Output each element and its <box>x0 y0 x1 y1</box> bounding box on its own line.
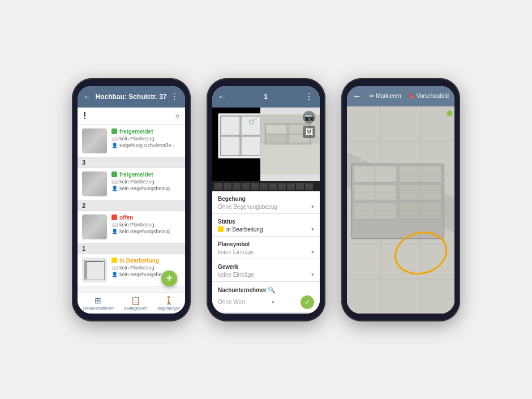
list-item[interactable]: freigemeldet 📖kein Planbezug 👤Begehung S… <box>78 125 185 157</box>
svg-rect-13 <box>266 125 287 134</box>
dropdown-arrow-status: ▾ <box>311 226 314 232</box>
item-meta-begehung: 👤Begehung Schulstraße... <box>111 143 181 148</box>
bautagebuch-icon: 📋 <box>131 296 140 305</box>
form-section-nachunternehmer: Nachunternehmer 🔍 Ohne Wert ▾ ✓ <box>212 282 320 313</box>
item-meta-begehung: 👤kein Begehungsbezug <box>111 229 181 234</box>
form-label-status: Status <box>218 218 314 225</box>
list-item[interactable]: offen 📖kein Planbezug 👤kein Begehungsbez… <box>78 211 185 243</box>
nav-label-bautagebuch: Bautagebuch <box>124 306 147 310</box>
status-dot-red <box>111 214 117 220</box>
filmstrip-frame <box>305 183 313 190</box>
item-thumbnail <box>82 128 107 153</box>
phone-1-title: Hochbau: Schulstr. 37 <box>92 93 170 101</box>
filmstrip-frame <box>251 183 259 190</box>
status-dot-green <box>111 128 117 134</box>
bottom-nav-1: ⊞ Dokumentationen 📋 Bautagebuch 🚶 Begehu… <box>78 293 185 314</box>
vorschaubild-button[interactable]: 🔖 Vorschaubild <box>408 93 449 99</box>
more-menu-2[interactable]: ⋮ <box>304 91 314 102</box>
phones-container: ← Hochbau: Schulstr. 37 ⋮ ! ▿ <box>61 67 471 333</box>
status-dot-yellow <box>111 258 117 263</box>
filmstrip-frame <box>214 183 222 190</box>
filter-bar: ! ▿ <box>78 108 185 125</box>
section-header-1: 1 <box>78 243 185 254</box>
svg-rect-0 <box>221 115 260 155</box>
list-item[interactable]: freigemeldet 📖kein Planbezug 👤kein Begeh… <box>78 168 185 200</box>
filter-icon[interactable]: ▿ <box>175 111 179 121</box>
phone-3: ← ✏ Markieren 🔖 Vorschaubild <box>341 78 460 321</box>
form-select-status[interactable]: in Bearbeitung ▾ <box>218 226 314 233</box>
form-select-gewerk[interactable]: keine Einträge ▾ <box>218 272 314 278</box>
form-section-gewerk: Gewerk keine Einträge ▾ <box>212 259 320 282</box>
back-button-3[interactable]: ← <box>353 91 362 101</box>
nav-item-bautagebuch[interactable]: 📋 Bautagebuch <box>124 296 147 310</box>
form-select-plansymbol[interactable]: keine Einträge ▾ <box>218 249 314 255</box>
nav-label-dokumentationen: Dokumentationen <box>83 306 114 310</box>
dropdown-arrow-begehung: ▾ <box>311 204 314 209</box>
form-label-gewerk: Gewerk <box>218 264 314 270</box>
status-yellow-square <box>218 226 224 232</box>
filmstrip-frame <box>260 183 268 190</box>
back-button-2[interactable]: ← <box>218 92 227 102</box>
item-meta-begehung: 👤kein Begehungsbezug <box>111 186 181 191</box>
item-thumbnail <box>82 171 107 196</box>
back-button-1[interactable]: ← <box>83 92 92 102</box>
image-icon-overlay[interactable]: 🖼 <box>303 126 315 138</box>
nachunternehmer-row: Ohne Wert ▾ ✓ <box>218 295 314 309</box>
form-value-gewerk: keine Einträge <box>218 272 254 278</box>
item-meta-plan: 📖kein Planbezug <box>111 179 181 185</box>
status-text: offen <box>119 214 133 221</box>
form-value-status: in Bearbeitung <box>218 226 263 233</box>
svg-rect-15 <box>266 135 287 143</box>
dokumentationen-icon: ⊞ <box>95 296 101 305</box>
more-menu-1[interactable]: ⋮ <box>170 91 179 102</box>
status-badge: offen <box>111 214 181 221</box>
phone-2-screen: ← 1 ⋮ <box>212 86 320 314</box>
item-meta-plan: 📖kein Planbezug <box>111 222 181 228</box>
phone-1-topbar: ← Hochbau: Schulstr. 37 ⋮ <box>78 86 185 108</box>
svg-rect-11 <box>260 144 320 174</box>
vorschaubild-icon: 🔖 <box>408 93 415 99</box>
begehungen-icon: 🚶 <box>164 296 174 305</box>
blueprint-inner <box>218 114 263 158</box>
status-text: freigemeldet <box>119 128 153 135</box>
confirm-button[interactable]: ✓ <box>301 295 314 309</box>
status-text: in Bearbeitung <box>119 258 159 264</box>
dropdown-arrow-nachunternehmer: ▾ <box>272 299 274 305</box>
status-badge: in Bearbeitung <box>111 258 181 264</box>
markieren-label: Markieren <box>376 93 401 99</box>
filmstrip-frame <box>224 183 231 190</box>
item-meta-plan: 📖kein Planbezug <box>111 265 181 271</box>
vorschaubild-label: Vorschaubild <box>417 93 449 99</box>
markieren-icon: ✏ <box>370 93 374 99</box>
blueprint-image[interactable] <box>218 113 263 158</box>
item-thumbnail <box>82 214 107 239</box>
nav-item-dokumentationen[interactable]: ⊞ Dokumentationen <box>83 296 114 310</box>
camera-action-buttons: ✏ Markieren 🔖 Vorschaubild <box>370 93 449 99</box>
phone-1-screen: ← Hochbau: Schulstr. 37 ⋮ ! ▿ <box>78 86 185 314</box>
phone-2: ← 1 ⋮ <box>207 78 325 321</box>
markieren-button[interactable]: ✏ Markieren <box>370 93 401 99</box>
form-select-begehung[interactable]: Ohne Begehungsbezug ▾ <box>218 204 314 210</box>
camera-view <box>347 106 454 314</box>
filmstrip-frame <box>269 183 277 190</box>
camera-topbar: ← ✏ Markieren 🔖 Vorschaubild <box>347 86 454 106</box>
status-text: freigemeldet <box>119 171 153 178</box>
form-value-nachunternehmer: Ohne Wert <box>218 299 245 305</box>
dropdown-arrow-plansymbol: ▾ <box>311 249 314 255</box>
form-section-begehung: Begehung Ohne Begehungsbezug ▾ <box>212 191 320 214</box>
item-info: offen 📖kein Planbezug 👤kein Begehungsbez… <box>111 214 181 234</box>
filmstrip-frame <box>278 183 286 190</box>
filmstrip-frame <box>233 183 241 190</box>
phone-3-screen: ← ✏ Markieren 🔖 Vorschaubild <box>347 86 454 314</box>
nav-item-begehungen[interactable]: 🚶 Begehungen <box>157 296 180 310</box>
section-header-3: 3 <box>78 157 185 168</box>
search-icon[interactable]: 🔍 <box>268 286 276 293</box>
form-label-begehung: Begehung <box>218 196 314 202</box>
fab-add-button[interactable]: + <box>161 271 177 286</box>
camera-icon-overlay[interactable]: 📷 <box>303 111 315 123</box>
phone-1: ← Hochbau: Schulstr. 37 ⋮ ! ▿ <box>72 78 191 321</box>
filmstrip-frame <box>296 183 304 190</box>
form-value-plansymbol: keine Einträge <box>218 249 254 255</box>
image-preview-area: 📷 🖼 <box>212 108 320 181</box>
item-thumbnail <box>82 258 107 282</box>
